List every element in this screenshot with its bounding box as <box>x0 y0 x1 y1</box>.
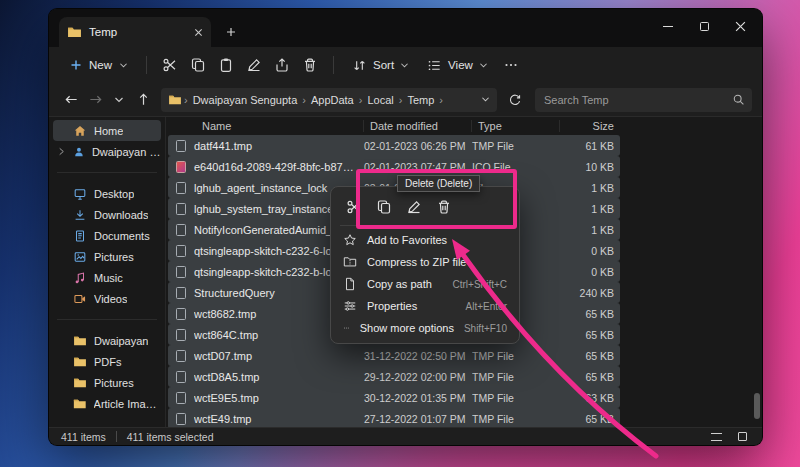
sidebar-item-label: Home <box>94 125 123 137</box>
scrollbar-thumb[interactable] <box>754 393 760 419</box>
search-input[interactable] <box>535 88 752 112</box>
column-header-type[interactable]: Type <box>472 120 560 132</box>
arrow-up-icon <box>136 92 151 107</box>
table-row[interactable]: datf441.tmp 02-01-2023 06:26 PM TMP File… <box>168 135 620 156</box>
sidebar-item-article-images[interactable]: Article Images <box>53 393 161 414</box>
sidebar-item-onedrive[interactable]: Dwaipayan - Per <box>53 141 161 162</box>
properties-icon <box>343 299 357 313</box>
table-row[interactable]: wctD8A5.tmp 29-12-2022 02:00 PM TMP File… <box>168 366 620 387</box>
column-header-date-modified[interactable]: Date modified <box>364 120 472 132</box>
refresh-button[interactable] <box>503 88 527 112</box>
search-box <box>535 88 752 112</box>
sidebar-item-home[interactable]: Home <box>53 120 161 141</box>
breadcrumb-segment[interactable]: Temp <box>404 94 437 106</box>
file-size: 0 KB <box>560 266 620 278</box>
chevron-down-icon[interactable] <box>481 96 490 103</box>
close-button[interactable] <box>722 12 758 40</box>
see-more-button[interactable] <box>497 51 525 79</box>
file-icon <box>168 287 194 299</box>
table-row[interactable]: wctE9E5.tmp 30-12-2022 01:35 PM TMP File… <box>168 387 620 408</box>
sort-button[interactable]: Sort <box>343 51 418 79</box>
table-row[interactable]: e640d16d-2089-429f-8bfc-b87d49179394.tmp… <box>168 156 620 177</box>
delete-button[interactable] <box>296 51 324 79</box>
share-button[interactable] <box>268 51 296 79</box>
back-button[interactable] <box>59 88 83 112</box>
menu-item-compress-to-zip[interactable]: Compress to ZIP file <box>335 251 515 273</box>
paste-button[interactable] <box>212 51 240 79</box>
chevron-right-icon[interactable] <box>58 147 65 156</box>
titlebar: Temp <box>49 9 762 47</box>
breadcrumb-separator: › <box>183 94 189 106</box>
up-button[interactable] <box>131 88 155 112</box>
menu-item-shortcut: Ctrl+Shift+C <box>453 279 507 290</box>
sidebar-item-videos[interactable]: Videos <box>53 288 161 309</box>
sidebar-item-dwaipayan[interactable]: Dwaipayan <box>53 330 161 351</box>
breadcrumb-segment[interactable]: AppData <box>308 94 357 106</box>
file-name: wctD8A5.tmp <box>194 371 364 383</box>
sidebar-item-label: Dwaipayan - Per <box>92 146 161 158</box>
file-icon <box>168 161 194 173</box>
recent-locations-button[interactable] <box>107 88 131 112</box>
menu-item-properties[interactable]: Properties Alt+Enter <box>335 295 515 317</box>
sidebar-divider <box>57 311 157 320</box>
table-row[interactable]: wctE49.tmp 27-12-2022 01:07 PM TMP File … <box>168 408 620 429</box>
sidebar-item-pictures[interactable]: Pictures <box>53 246 161 267</box>
details-view-toggle[interactable] <box>708 430 724 443</box>
tab-close-icon[interactable] <box>194 28 203 37</box>
folder-icon <box>168 94 182 105</box>
menu-item-copy-as-path[interactable]: Copy as path Ctrl+Shift+C <box>335 273 515 295</box>
vertical-scrollbar[interactable] <box>754 135 760 425</box>
column-header-size[interactable]: Size <box>560 120 620 132</box>
sidebar-item-music[interactable]: Music <box>53 267 161 288</box>
menu-item-show-more-options[interactable]: Show more options Shift+F10 <box>335 317 515 339</box>
zip-icon <box>343 255 357 269</box>
context-menu: Add to Favorites Compress to ZIP file Co… <box>330 186 520 344</box>
menu-item-label: Copy as path <box>367 278 443 290</box>
file-name: e640d16d-2089-429f-8bfc-b87d49179394.tmp <box>194 161 364 173</box>
new-tab-button[interactable] <box>221 22 241 42</box>
sidebar-item-pdfs[interactable]: PDFs <box>53 351 161 372</box>
file-icon <box>168 203 194 215</box>
sidebar-divider <box>57 164 157 173</box>
delete-quick-button[interactable] <box>431 194 457 220</box>
address-bar: › Dwaipayan Sengupta › AppData › Local ›… <box>49 83 762 117</box>
large-icons-view-toggle[interactable] <box>734 430 750 443</box>
chevron-down-icon <box>119 62 128 69</box>
new-button[interactable]: New <box>61 54 137 76</box>
menu-item-add-to-favorites[interactable]: Add to Favorites <box>335 229 515 251</box>
file-size: 65 KB <box>560 413 620 425</box>
sidebar-item-desktop[interactable]: Desktop <box>53 183 161 204</box>
file-date: 30-12-2022 01:35 PM <box>364 392 472 404</box>
cut-quick-button[interactable] <box>341 194 367 220</box>
forward-button[interactable] <box>83 88 107 112</box>
sidebar-item-label: Article Images <box>94 398 161 410</box>
minimize-button[interactable] <box>650 12 686 40</box>
copy-button[interactable] <box>184 51 212 79</box>
paste-icon <box>218 57 234 73</box>
cut-button[interactable] <box>156 51 184 79</box>
folder-icon <box>67 26 82 38</box>
desktop-wallpaper: Temp New <box>0 0 800 467</box>
tab-temp[interactable]: Temp <box>59 17 211 47</box>
sidebar-item-documents[interactable]: Documents <box>53 225 161 246</box>
column-header-name[interactable]: Name <box>166 120 364 132</box>
close-icon <box>735 21 746 32</box>
view-button[interactable]: View <box>418 51 497 79</box>
breadcrumb-segment[interactable]: Dwaipayan Sengupta <box>190 94 301 106</box>
sidebar-item-pictures-folder[interactable]: Pictures <box>53 372 161 393</box>
table-row[interactable]: wctD07.tmp 31-12-2022 02:50 PM TMP File … <box>168 345 620 366</box>
rename-quick-button[interactable] <box>401 194 427 220</box>
maximize-button[interactable] <box>686 12 722 40</box>
copy-quick-button[interactable] <box>371 194 397 220</box>
breadcrumb-segment[interactable]: Local <box>364 94 396 106</box>
sidebar-item-downloads[interactable]: Downloads <box>53 204 161 225</box>
menu-item-label: Properties <box>367 300 456 312</box>
file-date: 27-12-2022 01:07 PM <box>364 413 472 425</box>
folder-icon <box>73 398 87 409</box>
rename-button[interactable] <box>240 51 268 79</box>
maximize-icon <box>700 22 709 31</box>
breadcrumb[interactable]: › Dwaipayan Sengupta › AppData › Local ›… <box>161 88 497 112</box>
details-view-icon <box>711 433 722 441</box>
sidebar-item-label: Dwaipayan <box>94 335 148 347</box>
file-type: TMP File <box>472 140 560 152</box>
